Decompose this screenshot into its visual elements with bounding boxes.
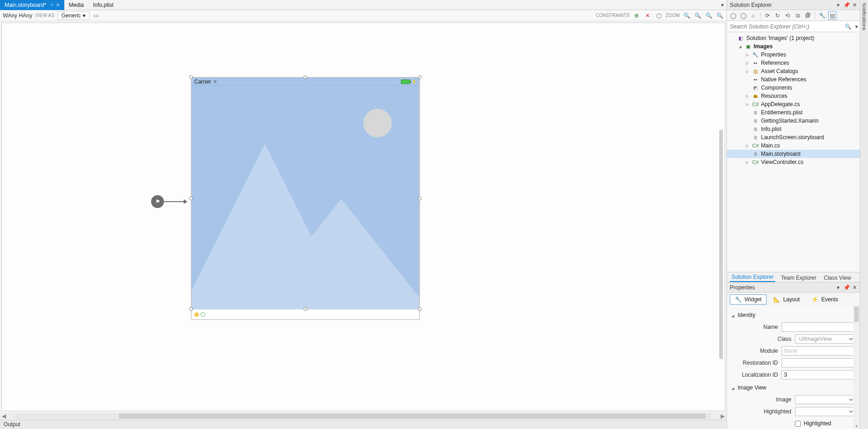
resize-handle[interactable] [189, 307, 193, 311]
pin-icon[interactable]: ⊣ [49, 2, 53, 7]
tab-media[interactable]: Media [64, 0, 89, 10]
resize-handle[interactable] [189, 197, 193, 200]
tree-item[interactable]: ▣Images [727, 42, 860, 51]
tree-item[interactable]: C#ViewController.cs [727, 158, 860, 166]
constraint-add-icon[interactable]: ⊕ [632, 11, 641, 20]
first-responder-icon[interactable] [201, 312, 205, 317]
expand-arrow-icon[interactable] [744, 143, 750, 148]
expand-arrow-icon[interactable] [744, 52, 750, 57]
tree-item[interactable]: ▪▪References [727, 59, 860, 67]
expand-arrow-icon[interactable] [744, 61, 750, 65]
close-icon[interactable]: ✕ [851, 284, 858, 291]
tree-item[interactable]: ▥Asset Catalogs [727, 67, 860, 75]
storyboard-canvas[interactable]: ⚑ Carrier ᯤ ⚡ [1, 23, 725, 411]
initial-scene-indicator[interactable]: ⚑ [151, 195, 187, 208]
resize-handle[interactable] [189, 75, 193, 79]
close-icon[interactable]: ✕ [56, 2, 60, 7]
zoom-fit-icon[interactable]: 🔍 [682, 11, 691, 20]
zoom-out-icon[interactable]: 🔍 [693, 11, 702, 20]
resize-handle[interactable] [304, 75, 307, 79]
scene-view-controller[interactable]: Carrier ᯤ ⚡ [191, 77, 420, 320]
expand-arrow-icon[interactable] [737, 44, 743, 49]
preview-selected-icon[interactable]: ▤ [828, 11, 836, 20]
pending-changes-icon[interactable]: ↻ [773, 11, 782, 20]
collapse-all-icon[interactable]: ⧉ [794, 11, 802, 20]
section-identity[interactable]: Identity [732, 312, 855, 318]
name-field[interactable] [782, 322, 855, 332]
resize-handle[interactable] [418, 197, 422, 200]
search-icon[interactable]: 🔍 [843, 23, 853, 30]
home-icon[interactable]: ⌂ [749, 11, 757, 20]
tree-item[interactable]: C#AppDelegate.cs [727, 100, 860, 108]
expand-arrow-icon[interactable] [744, 69, 750, 73]
resize-handle[interactable] [418, 75, 422, 79]
scrollbar-thumb[interactable] [119, 413, 705, 419]
horizontal-scrollbar[interactable]: ◀ ▶ [0, 412, 727, 420]
tab-overflow-button[interactable]: ▾ [718, 2, 727, 8]
properties-icon[interactable]: 🔧 [818, 11, 826, 20]
size-class-label[interactable]: WAny HAny [3, 12, 32, 19]
properties-scrollbar[interactable]: ▲ ▼ [853, 306, 860, 429]
tab-solution-explorer[interactable]: Solution Explorer [730, 273, 775, 282]
tree-item[interactable]: 🗎GettingStarted.Xamarin [727, 117, 860, 125]
scroll-left-icon[interactable]: ◀ [0, 413, 8, 419]
tree-item[interactable]: 🗎Info.plist [727, 125, 860, 133]
output-panel-tab[interactable]: Output [0, 420, 727, 429]
tab-class-view[interactable]: Class View [822, 274, 853, 282]
forward-icon[interactable]: ◯ [739, 11, 747, 20]
tab-widget[interactable]: 🔧 Widget [730, 294, 767, 305]
tab-events[interactable]: ⚡ Events [806, 294, 843, 305]
window-position-icon[interactable]: ▾ [835, 2, 841, 8]
localization-id-field[interactable] [782, 370, 855, 379]
refresh-icon[interactable]: ⟲ [783, 11, 792, 20]
expand-arrow-icon[interactable] [744, 94, 750, 98]
ui-image-view[interactable] [192, 86, 419, 309]
constraint-frame-icon[interactable]: ▢ [654, 11, 663, 20]
solution-tree[interactable]: ◧Solution 'Images' (1 project)▣Images🔧Pr… [727, 32, 860, 272]
resize-handle[interactable] [304, 307, 307, 311]
tab-layout[interactable]: 📐 Layout [768, 294, 805, 305]
zoom-in-icon[interactable]: 🔍 [716, 11, 724, 20]
pin-icon[interactable]: 📌 [843, 2, 850, 8]
tab-info-plist[interactable]: Info.plist [88, 0, 118, 10]
notifications-sidebar[interactable]: Notifications [860, 0, 868, 429]
zoom-actual-icon[interactable]: 🔍 [705, 11, 713, 20]
tree-item[interactable]: 🖿Resources [727, 92, 860, 100]
tab-main-storyboard[interactable]: Main.storyboard* ⊣ ✕ [0, 0, 64, 10]
close-icon[interactable]: ✕ [851, 2, 858, 8]
tree-item[interactable]: ▪▪Native References [727, 75, 860, 84]
expand-arrow-icon[interactable] [744, 102, 750, 107]
resize-handle[interactable] [418, 307, 422, 311]
vertical-scrollbar[interactable] [719, 130, 723, 359]
expand-arrow-icon[interactable] [744, 160, 750, 164]
sync-icon[interactable]: ⟳ [763, 11, 772, 20]
restoration-id-field[interactable] [782, 358, 855, 367]
search-input[interactable] [727, 23, 843, 30]
back-icon[interactable]: ◯ [729, 11, 737, 20]
view-controller-icon[interactable] [194, 312, 199, 317]
tree-item[interactable]: C#Main.cs [727, 141, 860, 150]
tree-item[interactable]: ◧Solution 'Images' (1 project) [727, 34, 860, 42]
show-all-files-icon[interactable]: 🗐 [804, 11, 812, 20]
scroll-down-icon[interactable]: ▼ [854, 423, 859, 429]
scrollbar-thumb[interactable] [854, 306, 859, 322]
class-field[interactable]: UIImageView [795, 334, 855, 344]
orientation-toggle-icon[interactable]: ▭ [92, 11, 101, 20]
constraint-remove-icon[interactable]: ✕ [643, 11, 652, 20]
tree-item[interactable]: 🗎Entitlements.plist [727, 108, 860, 117]
window-position-icon[interactable]: ▾ [835, 284, 841, 291]
image-field[interactable] [795, 395, 855, 404]
pin-icon[interactable]: 📌 [843, 284, 850, 291]
tab-team-explorer[interactable]: Team Explorer [779, 274, 818, 282]
scroll-right-icon[interactable]: ▶ [719, 413, 727, 419]
search-options-icon[interactable]: ▾ [853, 23, 860, 30]
highlighted-field[interactable] [795, 407, 855, 416]
tree-item[interactable]: 🗎LaunchScreen.storyboard [727, 133, 860, 141]
view-as-dropdown[interactable]: Generic ▾ [57, 11, 90, 20]
tree-item[interactable]: 🗎Main.storyboard [727, 150, 860, 158]
module-field[interactable] [782, 346, 855, 356]
highlighted-checkbox[interactable] [795, 421, 801, 427]
tree-item[interactable]: 🔧Properties [727, 51, 860, 59]
tree-item[interactable]: ◩Components [727, 84, 860, 92]
section-image-view[interactable]: Image View [732, 384, 855, 391]
